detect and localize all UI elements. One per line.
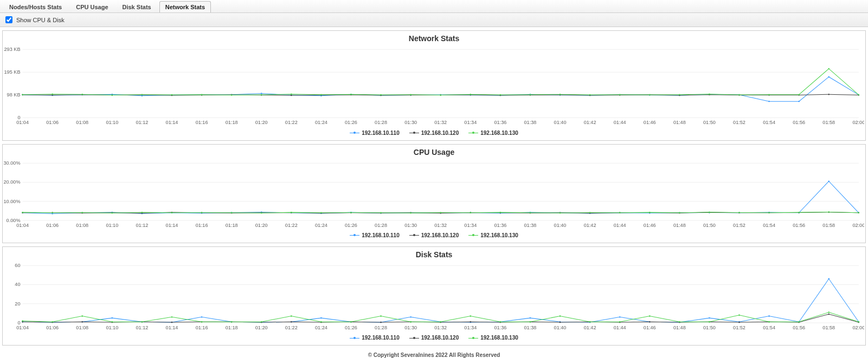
x-tick-label: 01:14 <box>166 223 178 228</box>
svg-point-30 <box>798 101 799 102</box>
svg-point-252 <box>261 321 262 322</box>
x-tick-label: 01:22 <box>285 120 298 125</box>
x-tick-label: 01:58 <box>822 120 835 125</box>
tab-network-stats[interactable]: Network Stats <box>159 1 211 12</box>
tab-nodes-hosts-stats[interactable]: Nodes/Hosts Stats <box>3 1 68 12</box>
x-tick-label: 01:10 <box>106 325 118 330</box>
x-tick-label: 01:40 <box>554 223 567 228</box>
legend-item[interactable]: 192.168.10.110 <box>350 130 400 136</box>
svg-point-256 <box>380 315 381 316</box>
svg-point-270 <box>798 321 799 322</box>
svg-point-166 <box>410 212 411 213</box>
x-tick-label: 01:28 <box>375 325 387 330</box>
x-tick-label: 01:04 <box>16 223 29 228</box>
legend-item[interactable]: 192.168.10.120 <box>409 232 459 238</box>
svg-point-173 <box>619 212 620 213</box>
x-tick-label: 01:24 <box>315 325 327 330</box>
legend-item[interactable]: 192.168.10.130 <box>468 232 518 238</box>
x-tick-label: 01:32 <box>434 325 447 330</box>
legend-label: 192.168.10.120 <box>421 335 459 341</box>
svg-point-79 <box>530 94 531 95</box>
svg-point-85 <box>709 94 710 95</box>
svg-point-261 <box>530 321 531 322</box>
x-tick-label: 01:42 <box>584 223 596 228</box>
svg-point-169 <box>500 211 501 212</box>
disk-chart-svg: 020406001:0401:0601:0801:1001:1201:1401:… <box>4 261 864 333</box>
svg-point-90 <box>858 94 859 95</box>
y-tick-label: 10.00% <box>4 198 21 204</box>
svg-point-64 <box>82 94 83 95</box>
legend-item[interactable]: 192.168.10.110 <box>350 335 400 341</box>
legend-marker-icon <box>350 336 359 340</box>
svg-point-78 <box>500 94 501 95</box>
x-tick-label: 01:38 <box>524 223 537 228</box>
x-tick-label: 01:30 <box>404 325 417 330</box>
network-chart-title: Network Stats <box>4 32 864 45</box>
x-tick-label: 01:26 <box>345 223 357 228</box>
legend-marker-icon <box>409 336 419 340</box>
legend-item[interactable]: 192.168.10.120 <box>409 130 459 136</box>
svg-point-213 <box>828 278 830 279</box>
svg-point-236 <box>649 321 650 322</box>
svg-point-230 <box>470 321 471 322</box>
svg-point-206 <box>619 316 620 317</box>
y-tick-label: 98 KB <box>7 92 21 97</box>
x-tick-label: 01:52 <box>733 325 745 330</box>
legend-item[interactable]: 192.168.10.120 <box>409 335 459 341</box>
svg-point-267 <box>709 321 710 322</box>
x-tick-label: 01:08 <box>76 120 88 125</box>
svg-point-84 <box>679 94 680 95</box>
x-tick-label: 01:24 <box>315 120 327 125</box>
x-tick-label: 01:10 <box>106 120 118 125</box>
x-tick-label: 01:38 <box>524 325 537 330</box>
tab-cpu-usage[interactable]: CPU Usage <box>70 1 114 12</box>
x-tick-label: 01:50 <box>703 325 716 330</box>
x-tick-label: 01:20 <box>255 120 268 125</box>
x-tick-label: 01:32 <box>434 223 447 228</box>
svg-point-154 <box>52 212 53 213</box>
svg-point-257 <box>410 321 411 322</box>
svg-point-209 <box>709 317 710 318</box>
svg-point-158 <box>171 212 172 213</box>
x-tick-label: 01:08 <box>76 325 88 330</box>
x-tick-label: 01:54 <box>763 120 775 125</box>
legend-label: 192.168.10.110 <box>362 130 400 136</box>
svg-point-88 <box>798 94 799 95</box>
x-tick-label: 01:46 <box>644 325 656 330</box>
show-cpu-disk-label[interactable]: Show CPU & Disk <box>16 17 65 23</box>
x-tick-label: 01:50 <box>703 120 716 125</box>
legend-item[interactable]: 192.168.10.110 <box>350 232 400 238</box>
svg-point-62 <box>22 94 23 95</box>
tab-disk-stats[interactable]: Disk Stats <box>117 1 157 12</box>
legend-label: 192.168.10.130 <box>480 335 518 341</box>
svg-point-262 <box>560 315 561 316</box>
x-tick-label: 01:48 <box>673 325 686 330</box>
x-tick-label: 01:36 <box>494 223 506 228</box>
x-tick-label: 01:30 <box>404 223 417 228</box>
cpu-legend: 192.168.10.110 192.168.10.120 192.168.10… <box>4 230 864 240</box>
x-tick-label: 01:32 <box>434 120 447 125</box>
x-tick-label: 01:18 <box>226 120 238 125</box>
show-cpu-disk-checkbox[interactable] <box>5 16 12 23</box>
svg-point-161 <box>261 212 262 213</box>
legend-label: 192.168.10.110 <box>362 232 400 238</box>
svg-point-255 <box>350 321 351 322</box>
y-tick-label: 30.00% <box>4 160 21 166</box>
x-tick-label: 01:12 <box>136 120 148 125</box>
legend-item[interactable]: 192.168.10.130 <box>468 335 518 341</box>
legend-marker-icon <box>350 233 359 237</box>
svg-point-249 <box>171 316 172 317</box>
legend-item[interactable]: 192.168.10.130 <box>468 130 518 136</box>
x-tick-label: 01:44 <box>614 325 626 330</box>
legend-marker-icon <box>350 131 359 134</box>
svg-point-248 <box>142 321 143 322</box>
svg-point-156 <box>112 212 113 213</box>
svg-point-66 <box>142 94 143 95</box>
x-tick-label: 01:22 <box>285 325 298 330</box>
svg-point-250 <box>201 321 202 322</box>
x-tick-label: 01:18 <box>226 223 238 228</box>
svg-point-224 <box>291 321 292 322</box>
disk-legend: 192.168.10.110 192.168.10.120 192.168.10… <box>4 333 864 343</box>
svg-point-165 <box>380 212 381 213</box>
svg-point-163 <box>320 212 322 213</box>
